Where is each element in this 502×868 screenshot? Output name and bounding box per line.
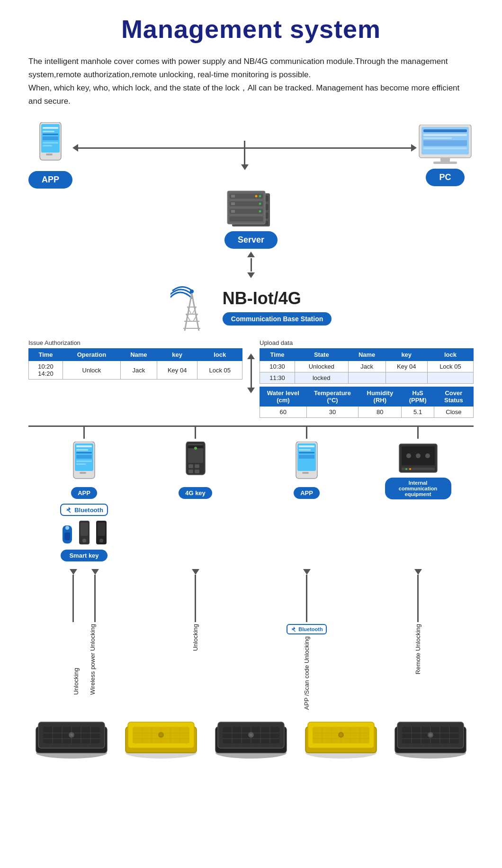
v-arrow-unlocking bbox=[70, 569, 77, 622]
issue-auth-table: Time Operation Name key lock 10:2014:20 … bbox=[28, 348, 242, 380]
monitor-icon bbox=[417, 125, 474, 165]
svg-rect-41 bbox=[229, 216, 263, 222]
nb-text-block: NB-Iot/4G Communication Base Station bbox=[223, 289, 332, 326]
svg-point-91 bbox=[416, 453, 421, 458]
svg-point-72 bbox=[99, 539, 103, 542]
svg-rect-66 bbox=[64, 533, 70, 540]
v-col-3: Bluetooth APP /Scan code Unlocking bbox=[251, 569, 362, 710]
table-row: 10:2014:20 Unlock Jack Key 04 Lock 05 bbox=[29, 361, 242, 380]
col-cover: Cover Status bbox=[434, 387, 473, 407]
double-arrow-server bbox=[247, 252, 255, 278]
bluetooth-label: Bluetooth bbox=[74, 506, 103, 514]
svg-rect-15 bbox=[423, 147, 467, 149]
tables-section: Issue Authorization Time Operation Name … bbox=[28, 339, 474, 418]
col-name-1: Name bbox=[120, 349, 157, 361]
svg-rect-55 bbox=[80, 472, 86, 474]
4gkey-label: 4G key bbox=[179, 487, 212, 499]
cell-lock: Lock 05 bbox=[197, 361, 242, 380]
svg-rect-83 bbox=[302, 472, 309, 474]
svg-rect-8 bbox=[43, 145, 52, 146]
pc-block: PC bbox=[417, 125, 474, 186]
device-col-comm: Internal communication equipment bbox=[362, 427, 474, 499]
tower-icon bbox=[170, 281, 213, 333]
comm-base-label: Communication Base Station bbox=[223, 312, 332, 326]
bluetooth-icon-2 bbox=[290, 626, 297, 633]
cell-state-unlocked: Unlocked bbox=[295, 361, 349, 372]
svg-rect-87 bbox=[299, 455, 314, 459]
svg-rect-60 bbox=[76, 461, 92, 462]
cover-black-3 bbox=[393, 717, 468, 760]
svg-rect-16 bbox=[440, 158, 450, 162]
desc-para-1: The intelligent manhole cover comes with… bbox=[28, 55, 474, 81]
svg-rect-68 bbox=[81, 523, 88, 536]
svg-point-33 bbox=[259, 195, 261, 198]
cell-key-empty bbox=[385, 372, 427, 384]
cover-2 bbox=[118, 717, 205, 760]
svg-rect-32 bbox=[231, 195, 235, 198]
app-label-2: APP bbox=[294, 487, 320, 499]
col-time-1: Time bbox=[29, 349, 63, 361]
label-unlocking-2: Unlocking bbox=[192, 624, 199, 651]
svg-rect-77 bbox=[195, 464, 199, 468]
col-humidity: Humidity (RH) bbox=[359, 387, 402, 407]
cell-time: 10:2014:20 bbox=[29, 361, 63, 380]
svg-point-95 bbox=[409, 468, 411, 470]
cover-yellow-1 bbox=[123, 717, 199, 760]
upload-data-title: Upload data bbox=[260, 339, 474, 346]
description-block: The intelligent manhole cover comes with… bbox=[28, 55, 474, 108]
svg-point-65 bbox=[65, 526, 69, 530]
v-col-2: Unlocking bbox=[140, 569, 251, 651]
h-line-right bbox=[245, 147, 411, 149]
svg-rect-3 bbox=[43, 127, 58, 129]
svg-point-92 bbox=[425, 453, 430, 458]
svg-rect-11 bbox=[423, 129, 467, 132]
label-remote-unlocking: Remote Unlocking bbox=[414, 624, 421, 674]
col-state: State bbox=[295, 349, 349, 361]
device-row: APP Bluetooth bbox=[28, 427, 474, 561]
svg-rect-2 bbox=[46, 154, 53, 155]
svg-rect-58 bbox=[76, 452, 92, 453]
server-icon bbox=[225, 189, 277, 231]
svg-point-94 bbox=[405, 468, 407, 470]
svg-rect-78 bbox=[188, 470, 193, 473]
col-temp: Temperature (°C) bbox=[306, 387, 359, 407]
bluetooth-label-2: Bluetooth bbox=[298, 626, 323, 632]
arrow-tip-down bbox=[241, 164, 249, 170]
cell-name: Jack bbox=[120, 361, 157, 380]
arrow-right bbox=[411, 144, 417, 152]
cell-key-04: Key 04 bbox=[385, 361, 427, 372]
col-lock-2: lock bbox=[427, 349, 473, 361]
cover-black-2 bbox=[213, 717, 289, 760]
upload-state-table: Time State Name key lock 10:30 Unlocked … bbox=[260, 348, 474, 384]
svg-rect-56 bbox=[76, 445, 92, 447]
svg-rect-6 bbox=[43, 136, 58, 140]
smart-key-label: Smart key bbox=[61, 550, 107, 561]
key-fob-blue bbox=[61, 523, 74, 547]
smart-key-group bbox=[61, 521, 108, 547]
svg-rect-7 bbox=[43, 142, 58, 144]
svg-point-69 bbox=[82, 539, 86, 542]
svg-rect-85 bbox=[299, 449, 311, 451]
svg-point-136 bbox=[250, 733, 252, 736]
comm-box-icon bbox=[397, 442, 439, 475]
device-col-app1: APP Bluetooth bbox=[28, 427, 140, 561]
cell-water-val: 60 bbox=[260, 407, 307, 418]
col-name-2: Name bbox=[348, 349, 385, 361]
svg-rect-59 bbox=[76, 455, 92, 459]
svg-point-149 bbox=[340, 733, 342, 736]
device-col-4gkey: 4G key bbox=[140, 427, 251, 499]
svg-rect-5 bbox=[43, 134, 58, 135]
col-key-1: key bbox=[157, 349, 197, 361]
cell-operation: Unlock bbox=[63, 361, 120, 380]
sensor-table: Water level (cm) Temperature (°C) Humidi… bbox=[260, 387, 474, 418]
pc-label: PC bbox=[426, 169, 464, 186]
tower-container bbox=[170, 281, 213, 333]
svg-rect-76 bbox=[188, 464, 193, 468]
svg-point-34 bbox=[255, 195, 258, 198]
svg-rect-14 bbox=[423, 140, 467, 146]
unlocking-pair bbox=[70, 569, 99, 622]
nb-block: NB-Iot/4G Communication Base Station bbox=[170, 281, 332, 333]
svg-point-37 bbox=[259, 203, 261, 205]
svg-rect-71 bbox=[98, 523, 105, 536]
cell-lock-empty bbox=[427, 372, 473, 384]
